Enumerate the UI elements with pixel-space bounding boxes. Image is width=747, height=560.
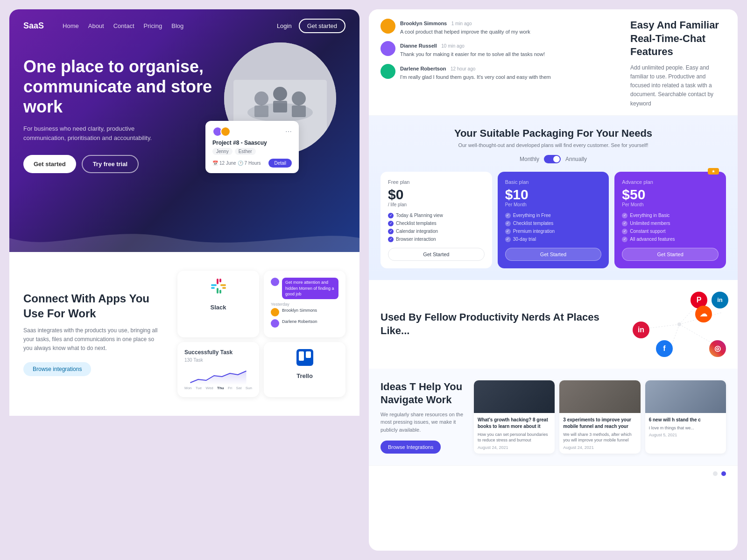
- more-options-icon[interactable]: ⋯: [285, 128, 292, 135]
- project-card: ⋯ Project #8 - Saascuy Jenny Esther 📅 12…: [205, 121, 299, 173]
- blog-card-image-3: [645, 380, 726, 413]
- blog-card-1: What's growth hacking? 8 great books to …: [474, 380, 555, 454]
- chat-row-time-2: 10 min ago: [441, 43, 464, 49]
- chat-row-content-1: Brooklyn Simmons 1 min ago A cool produc…: [400, 19, 530, 35]
- nav-dot-2[interactable]: [721, 471, 726, 476]
- blog-card-image-2: [559, 380, 640, 413]
- blog-title: Ideas T Help You Navigate Work: [381, 380, 465, 407]
- nav-blog[interactable]: Blog: [171, 22, 183, 29]
- chat-row-2: Dianne Russell 10 min ago Thank you for …: [381, 41, 614, 58]
- nav-links: Home About Contact Pricing Blog: [63, 22, 263, 29]
- check-icon: ✓: [388, 229, 394, 234]
- soundcloud-icon[interactable]: ☁: [695, 306, 712, 322]
- chat-row-time-1: 1 min ago: [451, 21, 472, 26]
- svg-rect-11: [211, 284, 217, 286]
- basic-feature-2: ✓Checklist templates: [505, 221, 602, 226]
- pricing-subtitle: Our well-thought-out and developed plans…: [381, 142, 726, 148]
- facebook-icon[interactable]: f: [656, 340, 673, 357]
- left-panel: SaaS Home About Contact Pricing Blog Log…: [9, 9, 359, 551]
- hero-section: SaaS Home About Contact Pricing Blog Log…: [9, 9, 359, 252]
- free-feature-2: ✓Checklist templates: [388, 221, 485, 226]
- right-panel: Brooklyn Simmons 1 min ago A cool produc…: [369, 9, 738, 551]
- free-plan-btn[interactable]: Get Started: [388, 248, 485, 261]
- chat-row-text-2: Thank you for making it easier for me to…: [400, 51, 545, 58]
- svg-rect-7: [273, 101, 287, 112]
- advance-plan-btn[interactable]: Get Started: [622, 248, 719, 261]
- hero-free-trial-button[interactable]: Try free trial: [82, 155, 139, 173]
- slack-label: Slack: [211, 304, 226, 311]
- advance-feature-3: ✓Constant support: [622, 229, 719, 234]
- nav-home[interactable]: Home: [63, 22, 79, 29]
- nav-actions: Login Get started: [277, 19, 345, 33]
- chat-avatar-3: [271, 319, 279, 328]
- hero-subtitle: For business who need clarity, productiv…: [23, 124, 154, 144]
- svg-rect-15: [220, 284, 226, 286]
- chat-message-2: Brooklyn Simmons: [271, 308, 338, 316]
- svg-rect-9: [217, 279, 218, 284]
- free-plan-card: Free plan $0 / life plan ✓Today & Planni…: [381, 172, 492, 268]
- browse-integrations-button[interactable]: Browse integrations: [23, 362, 91, 376]
- social-text: Used By Fellow Productivity Nerds At Pla…: [381, 311, 623, 337]
- nav-about[interactable]: About: [88, 22, 104, 29]
- svg-rect-19: [306, 351, 311, 358]
- check-icon: ✓: [622, 237, 627, 242]
- chat-row-content-2: Dianne Russell 10 min ago Thank you for …: [400, 41, 545, 58]
- task-title: Successfully Task: [184, 349, 252, 356]
- chat-row-1: Brooklyn Simmons 1 min ago A cool produc…: [381, 19, 614, 35]
- pricing-toggle: Monthly Annually: [381, 155, 726, 163]
- svg-rect-18: [299, 351, 304, 361]
- check-icon: ✓: [505, 213, 511, 218]
- basic-feature-3: ✓Premium integration: [505, 229, 602, 234]
- tag-jenny: Jenny: [212, 148, 233, 155]
- chat-yesterday-label: Yesterday: [271, 302, 338, 307]
- apps-section: Connect With Apps You Use For Work Saas …: [9, 252, 359, 416]
- linkedin-icon[interactable]: in: [712, 292, 728, 308]
- svg-point-4: [273, 87, 287, 101]
- pricing-section: Your Suitable Packaging For Your Needs O…: [369, 116, 738, 280]
- blog-card-body-2: 3 experiments to improve your mobile fun…: [559, 413, 640, 454]
- toggle-annually: Annually: [565, 156, 587, 162]
- task-subtitle: 130 Task: [184, 357, 252, 363]
- invision-icon[interactable]: in: [633, 322, 649, 338]
- basic-plan-btn[interactable]: Get Started: [505, 248, 602, 261]
- nav-logo: SaaS: [23, 21, 44, 31]
- blog-card-2: 3 experiments to improve your mobile fun…: [559, 380, 640, 454]
- nav-contact[interactable]: Contact: [113, 22, 134, 29]
- chat-row-content-3: Darlene Robertson 12 hour ago I'm really…: [400, 64, 551, 81]
- free-feature-3: ✓Calendar integration: [388, 229, 485, 234]
- instagram-icon[interactable]: ◎: [709, 340, 726, 357]
- social-icons-area: P ☁ in in ◎ f: [633, 292, 726, 357]
- apps-cards: Slack Get more attention and hidden Morr…: [177, 271, 345, 397]
- trello-label: Trello: [296, 372, 313, 379]
- avatar-darlene: [381, 64, 395, 79]
- task-chart-svg: [184, 366, 252, 385]
- chat-row-text-3: I'm really glad I found them guys. It's …: [400, 74, 551, 81]
- blog-card-3: 6 new will h stand the c I love m things…: [645, 380, 726, 454]
- pricing-cards: Free plan $0 / life plan ✓Today & Planni…: [381, 172, 726, 268]
- chat-row-text-1: A cool product that helped improve the q…: [400, 28, 530, 35]
- advance-feature-1: ✓Everything in Basic: [622, 213, 719, 218]
- free-plan-price: $0: [388, 187, 485, 202]
- chat-card-content: Get more attention and hidden Morren of …: [271, 278, 338, 330]
- nav-cta-button[interactable]: Get started: [299, 19, 345, 33]
- nav-dot-1[interactable]: [713, 471, 718, 476]
- pricing-header: Your Suitable Packaging For Your Needs O…: [381, 127, 726, 148]
- nav-login[interactable]: Login: [277, 22, 292, 29]
- hero-get-started-button[interactable]: Get started: [23, 155, 76, 173]
- check-icon: ✓: [505, 237, 511, 242]
- check-icon: ✓: [622, 213, 627, 218]
- task-chart-labels: Mon Tue Wed Thu Fri Sat Sun: [184, 386, 252, 390]
- project-detail-button[interactable]: Detail: [268, 159, 292, 168]
- svg-rect-14: [219, 290, 221, 294]
- advance-plan-features: ✓Everything in Basic ✓Unlimited members …: [622, 213, 719, 242]
- clock-icon: 🕐: [238, 161, 243, 166]
- navbar: SaaS Home About Contact Pricing Blog Log…: [9, 9, 359, 42]
- billing-toggle[interactable]: [544, 155, 561, 163]
- blog-card-body-3: 6 new will h stand the c I love m things…: [645, 413, 726, 441]
- hero-content: One place to organise, communicate and s…: [9, 42, 359, 187]
- chat-name-1: Brooklyn Simmons: [282, 308, 317, 313]
- nav-pricing[interactable]: Pricing: [144, 22, 162, 29]
- chat-feature-title: Easy And Familiar Real-Time-Chat Feature…: [630, 19, 726, 59]
- blog-cta-button[interactable]: Browse Integrations: [381, 441, 441, 454]
- blog-card-date-2: August 24, 2021: [563, 445, 636, 450]
